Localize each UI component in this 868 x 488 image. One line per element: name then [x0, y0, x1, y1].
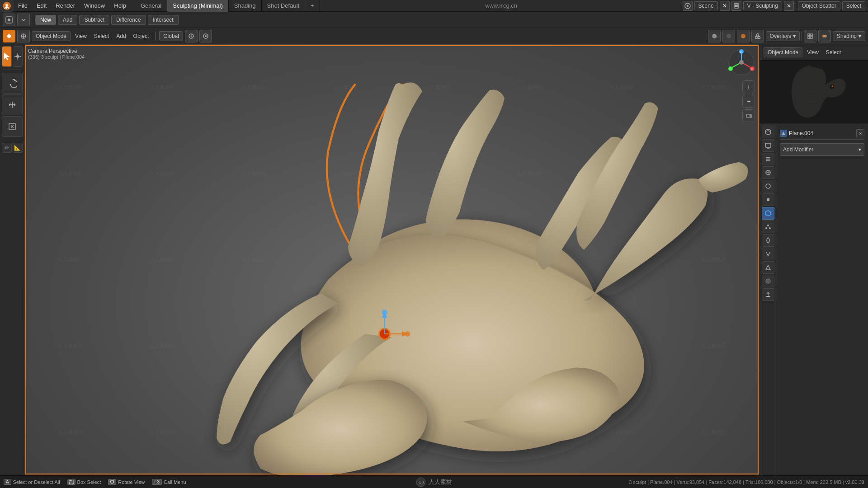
close-scene-btn[interactable]: ✕: [720, 1, 730, 11]
view-icon[interactable]: [731, 1, 741, 11]
constraints-icon[interactable]: [762, 248, 774, 260]
proportional-btn[interactable]: [199, 30, 212, 42]
top-separator: [796, 1, 796, 10]
scene-props-icon[interactable]: [762, 166, 774, 179]
object-menu[interactable]: Object: [131, 30, 152, 42]
svg-rect-66: [70, 480, 73, 484]
sidebar-div-1: [3, 70, 21, 70]
overlays-dropdown[interactable]: Overlays▾: [766, 31, 800, 41]
tab-add[interactable]: +: [305, 0, 320, 12]
svg-point-36: [405, 331, 410, 337]
zoom-in-btn[interactable]: +: [742, 80, 755, 93]
svg-point-18: [741, 34, 745, 38]
select-menu[interactable]: Select: [91, 30, 112, 42]
cursor-tool-active[interactable]: [2, 46, 12, 67]
modifier-props-icon[interactable]: [762, 207, 774, 220]
svg-point-17: [726, 34, 731, 38]
viewport-gizmo-btn[interactable]: [804, 30, 816, 42]
right-view-menu[interactable]: View: [804, 46, 821, 59]
overlays-btn[interactable]: [751, 30, 764, 42]
snap-btn[interactable]: [185, 30, 198, 42]
material-icon[interactable]: [762, 275, 774, 287]
shading-material-btn[interactable]: [722, 30, 735, 42]
svg-point-6: [687, 5, 689, 7]
top-right-controls: Scene ✕ V - Sculpting ✕ Object Scatter S…: [683, 1, 868, 11]
data-icon[interactable]: [762, 288, 774, 301]
site-url: www.rrcg.cn: [320, 2, 683, 9]
add-menu[interactable]: Add: [113, 30, 128, 42]
subtract-btn[interactable]: Subtract: [79, 15, 109, 25]
call-menu-label: Call Menu: [164, 479, 186, 485]
output-props-icon[interactable]: [762, 139, 774, 152]
view-menu[interactable]: View: [72, 30, 90, 42]
viewport-shade-opt[interactable]: [818, 30, 831, 42]
nav-controls: + −: [742, 80, 755, 122]
mesh-info: 3 sculpt | Plane.004 | Verts:93,054 | Fa…: [629, 479, 864, 485]
viewport-overlay-btn[interactable]: [17, 30, 30, 42]
help-menu[interactable]: Help: [109, 0, 131, 12]
select-all-key: A: [4, 479, 11, 485]
difference-btn[interactable]: Difference: [111, 15, 146, 25]
scene-btn[interactable]: Scene: [694, 1, 718, 10]
svg-point-37: [382, 310, 387, 315]
toolbar-sep-2: [802, 32, 802, 41]
transform-tool[interactable]: [13, 46, 23, 67]
right-panel-top-toolbar: Object Mode View Select: [760, 44, 868, 61]
properties-icons: [760, 124, 776, 475]
edit-menu[interactable]: Edit: [32, 0, 51, 12]
shading-solid-btn[interactable]: [708, 30, 721, 42]
intersect-btn[interactable]: Intersect: [148, 15, 179, 25]
annotate-tool[interactable]: ✏: [2, 143, 12, 153]
viewport-shading-dot[interactable]: [3, 30, 15, 42]
view-layer-props-icon[interactable]: [762, 153, 774, 165]
close-view-btn[interactable]: ✕: [784, 1, 794, 11]
viewport-mode-btn[interactable]: [3, 14, 15, 26]
scale-tool[interactable]: [2, 94, 23, 115]
header-toolbar: New Add Subtract Difference Intersect: [0, 12, 868, 28]
zoom-out-btn[interactable]: −: [742, 95, 755, 108]
object-scatter-select-btn[interactable]: Select: [842, 1, 865, 10]
engine-icon[interactable]: [683, 1, 693, 11]
transform-all-tool[interactable]: [2, 116, 23, 137]
svg-text:Z: Z: [740, 51, 742, 53]
preview-render: [760, 61, 868, 124]
render-menu[interactable]: Render: [51, 0, 80, 12]
measure-tool[interactable]: 📐: [13, 143, 23, 153]
view-layer-btn[interactable]: V - Sculpting: [743, 1, 782, 10]
file-menu[interactable]: File: [14, 0, 32, 12]
shading-dropdown[interactable]: Shading▾: [833, 31, 865, 41]
viewport-gizmo[interactable]: Z X Y: [728, 49, 755, 76]
particles-icon[interactable]: [762, 221, 774, 233]
add-modifier-btn[interactable]: Add Modifier ▾: [780, 143, 864, 156]
mode-dropdown-btn[interactable]: [17, 14, 30, 26]
object-data-icon[interactable]: [762, 261, 774, 274]
tab-shot-default[interactable]: Shot Default: [262, 0, 306, 12]
global-select[interactable]: Global: [159, 31, 183, 41]
render-props-icon[interactable]: [762, 126, 774, 138]
right-object-mode-select[interactable]: Object Mode: [764, 47, 802, 57]
physics-icon[interactable]: [762, 234, 774, 247]
object-props-icon[interactable]: [762, 193, 774, 206]
window-menu[interactable]: Window: [80, 0, 109, 12]
object-options-btn[interactable]: ✕: [856, 129, 864, 137]
new-btn[interactable]: New: [35, 15, 56, 25]
svg-point-61: [767, 225, 769, 226]
world-props-icon[interactable]: [762, 180, 774, 192]
call-menu-key: F3: [152, 479, 162, 485]
object-scatter-btn[interactable]: Object Scatter: [798, 1, 840, 10]
tab-shading[interactable]: Shading: [229, 0, 262, 12]
select-all-status: A Select or Deselect All: [4, 479, 60, 485]
object-mode-select[interactable]: Object Mode: [32, 31, 71, 41]
svg-point-64: [766, 279, 770, 283]
tab-sculpting-minimal[interactable]: Sculpting (Minimal): [167, 0, 229, 12]
right-select-menu[interactable]: Select: [823, 46, 844, 59]
shading-rendered-btn[interactable]: [737, 30, 750, 42]
camera-view-btn[interactable]: [742, 109, 755, 122]
tab-general[interactable]: General: [135, 0, 167, 12]
add-btn[interactable]: Add: [58, 15, 77, 25]
svg-rect-56: [766, 159, 770, 160]
svg-rect-22: [808, 34, 810, 36]
svg-rect-25: [811, 37, 812, 38]
viewport[interactable]: 人人素材区 人人素材区 人人素材区 人人素材区 人人素材区 人人素材区 人人素材…: [24, 44, 760, 475]
rotate-tool[interactable]: [2, 73, 23, 94]
